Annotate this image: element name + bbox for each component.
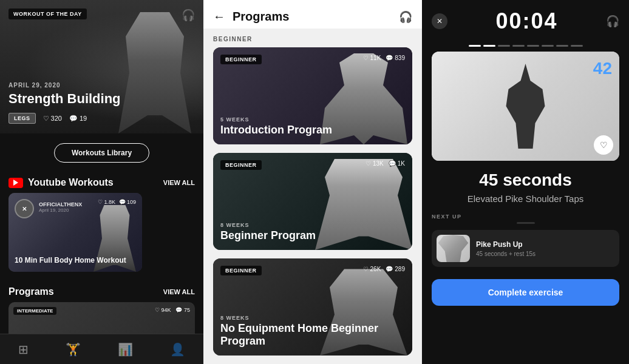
exercise-name: Elevated Pike Shoulder Taps (432, 194, 619, 204)
exercise-counter: 42 (593, 59, 612, 78)
exercise-duration: 45 seconds (432, 170, 619, 190)
program-badge: BEGINNER (220, 266, 262, 275)
back-button[interactable]: ← (213, 10, 225, 24)
headphone-icon[interactable]: 🎧 (399, 10, 412, 24)
youtube-view-all[interactable]: VIEW ALL (163, 179, 195, 186)
progress-dot-6 (542, 45, 554, 47)
programs-section-header: Programs VIEW ALL (0, 281, 203, 302)
headphone-icon[interactable]: 🎧 (182, 8, 195, 22)
exercise-person (432, 52, 619, 161)
program-card-intro[interactable]: BEGINNER ♡ 11K 💬 839 5 WEEKS Introductio… (213, 47, 412, 144)
next-exercise-detail: 45 seconds + rest 15s (476, 251, 614, 257)
close-button[interactable]: ✕ (432, 13, 447, 29)
video-stats: ♡ 1.8K 💬 109 (98, 199, 136, 205)
heart-icon: ♡ (43, 115, 49, 123)
timer-display: 00:04 (495, 8, 557, 34)
library-btn-section: Workouts Library (0, 133, 203, 172)
hero-section: WORKOUT OF THE DAY 🎧 APRIL 29, 2020 Stre… (0, 0, 203, 133)
programs-section-title: Programs (8, 286, 54, 297)
youtube-header: Youtube Workouts VIEW ALL (0, 172, 203, 193)
progress-dot-8 (571, 45, 583, 47)
program-name: Introduction Program (220, 124, 332, 137)
progress-dot-1 (469, 45, 481, 47)
heart-icon: ♡ (98, 199, 103, 205)
programs-page-header: ← Programs 🎧 (203, 0, 422, 29)
program-stats: ♡ 13K 💬 1K (365, 160, 405, 167)
program-weeks: 8 WEEKS (220, 315, 412, 321)
video-title-overlay: 10 Min Full Body Home Workout (15, 256, 136, 266)
programs-view-all[interactable]: VIEW ALL (163, 288, 195, 295)
hero-content: APRIL 29, 2020 Strength Building LEGS ♡ … (8, 82, 121, 124)
headphone-icon[interactable]: 🎧 (606, 15, 619, 28)
progress-dot-3 (498, 45, 510, 47)
complete-exercise-button[interactable]: Complete exercise (432, 279, 619, 306)
likes-stat: ♡ 320 (43, 115, 62, 123)
program-weeks: 5 WEEKS (220, 116, 332, 123)
exercise-video-area: 42 ♡ (432, 52, 619, 161)
person-nav-icon[interactable]: 👤 (170, 342, 185, 357)
comments-count: 💬 289 (386, 266, 405, 272)
workout-title: Strength Building (8, 91, 121, 107)
comment-icon: 💬 (69, 115, 78, 123)
panel-timer: ✕ 00:04 🎧 42 ♡ 45 seconds Elevated Pike … (422, 0, 629, 364)
comments-count: 💬 1K (389, 160, 405, 167)
exercise-silhouette (501, 64, 550, 149)
next-exercise-card: Pike Push Up 45 seconds + rest 15s (432, 230, 619, 267)
next-exercise-name: Pike Push Up (476, 240, 614, 249)
program-stats: ♡ 11K 💬 839 (363, 55, 405, 61)
channel-avatar: ✕ (15, 199, 34, 218)
dumbbell-nav-icon[interactable]: 🏋 (66, 342, 81, 357)
video-date: April 19, 2020 (39, 207, 82, 213)
workout-meta: LEGS ♡ 320 💬 19 (8, 113, 121, 124)
likes-count: ♡ 26K (363, 266, 381, 272)
workout-date: APRIL 29, 2020 (8, 82, 121, 89)
next-up-divider (517, 222, 535, 224)
workouts-library-button[interactable]: Workouts Library (54, 143, 149, 163)
timer-header: ✕ 00:04 🎧 (422, 0, 629, 42)
channel-info: OFFICIALTHENX April 19, 2020 (39, 201, 82, 213)
program-badge: INTERMEDIATE (13, 307, 56, 315)
program-badge: BEGINNER (220, 160, 262, 170)
comments-stat: 💬 19 (69, 115, 87, 123)
progress-dot-7 (556, 45, 568, 47)
video-card[interactable]: ✕ OFFICIALTHENX April 19, 2020 ♡ 1.8K 💬 … (8, 193, 142, 272)
progress-dot-2 (483, 45, 495, 47)
video-title: 10 Min Full Body Home Workout (15, 256, 136, 266)
program-name: Beginner Program (220, 229, 316, 243)
program-badge: BEGINNER (220, 55, 262, 64)
next-up-label: NEXT UP (432, 214, 619, 220)
youtube-section: Youtube Workouts VIEW ALL ✕ OFFICIALTHEN… (0, 172, 203, 277)
comments-stat: 💬 75 (175, 307, 190, 313)
muscle-tag: LEGS (8, 113, 36, 124)
bottom-navigation: ⊞ 🏋 📊 👤 (0, 334, 203, 364)
next-exercise-silhouette (437, 235, 470, 262)
program-name: No Equipment Home Beginner Program (220, 322, 412, 348)
category-label-beginner: BEGINNER (213, 36, 412, 42)
program-card-no-equipment[interactable]: BEGINNER ♡ 26K 💬 289 8 WEEKS No Equipmen… (213, 258, 412, 356)
panel-workout-of-day: WORKOUT OF THE DAY 🎧 APRIL 29, 2020 Stre… (0, 0, 203, 364)
progress-indicator (422, 42, 629, 52)
next-exercise-thumbnail (437, 235, 470, 262)
program-weeks: 8 WEEKS (220, 222, 316, 228)
program-card-beginner[interactable]: BEGINNER ♡ 13K 💬 1K 8 WEEKS Beginner Pro… (213, 153, 412, 250)
program-stats: ♡ 26K 💬 289 (363, 266, 405, 272)
likes-stat: ♡ 94K (155, 307, 171, 313)
chart-nav-icon[interactable]: 📊 (118, 342, 133, 357)
exercise-name-section: 45 seconds Elevated Pike Shoulder Taps (422, 161, 629, 209)
next-exercise-info: Pike Push Up 45 seconds + rest 15s (476, 240, 614, 257)
person-silhouette (315, 159, 412, 250)
hero-person-image (118, 12, 191, 133)
comment-icon: 💬 (119, 199, 126, 205)
youtube-logo-icon (8, 178, 23, 188)
panel-programs: ← Programs 🎧 BEGINNER BEGINNER ♡ 11K 💬 8… (203, 0, 422, 364)
program-person-image (315, 159, 412, 250)
comments-count: 💬 839 (386, 55, 405, 61)
grid-nav-icon[interactable]: ⊞ (18, 342, 29, 357)
video-likes: ♡ 1.8K (98, 199, 115, 205)
favorite-button[interactable]: ♡ (594, 135, 613, 155)
program-likes: ♡ 94K 💬 75 (155, 307, 190, 313)
likes-count: ♡ 11K (363, 55, 381, 61)
programs-list: BEGINNER BEGINNER ♡ 11K 💬 839 5 WEEKS In… (203, 29, 422, 364)
workout-badge: WORKOUT OF THE DAY (8, 8, 87, 19)
progress-dot-4 (512, 45, 525, 47)
